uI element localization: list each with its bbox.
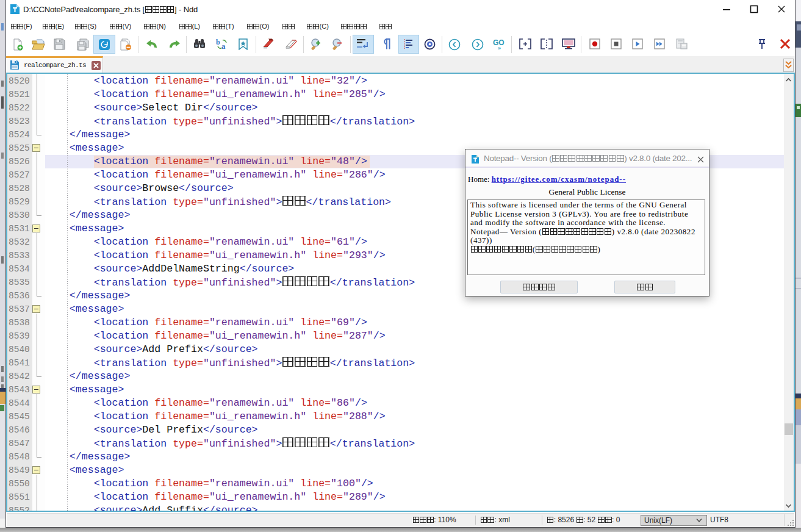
svg-text:a: a <box>221 41 226 50</box>
svg-text:b: b <box>216 38 220 46</box>
svg-text:»: » <box>498 45 501 51</box>
